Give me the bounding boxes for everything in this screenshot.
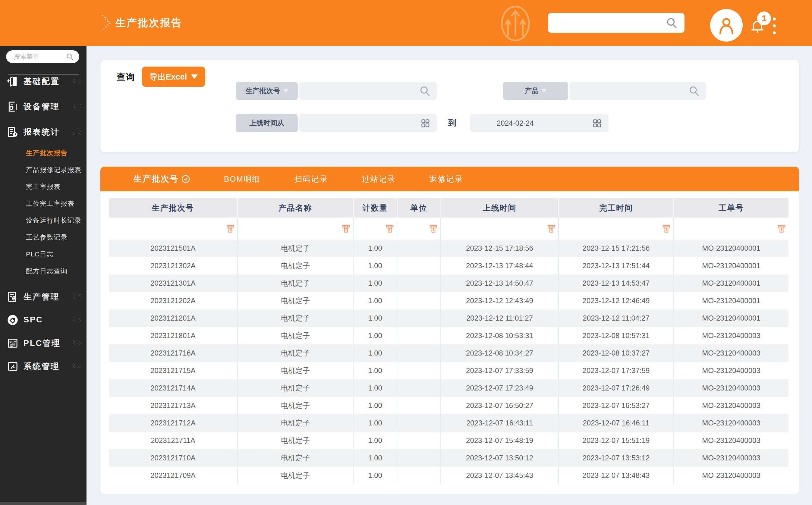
more-menu-button[interactable] [772,17,777,34]
sidebar-item-system[interactable]: 系统管理 [0,355,87,378]
product-filter-input[interactable] [570,87,688,95]
batch-filter-input[interactable] [299,87,419,95]
tab-label: 返修记录 [429,174,463,184]
calendar-icon[interactable] [592,119,602,128]
table-row[interactable]: 2023121716A电机定子1.002023-12-08 10:34:2720… [109,344,789,362]
table-row[interactable]: 2023121709A电机定子1.002023-12-07 13:45:4320… [109,467,789,484]
tab-生产批次号[interactable]: 生产批次号 [134,173,190,185]
sidebar-subitem[interactable]: 产品报修记录报表 [0,162,87,178]
sidebar-subitem[interactable]: 完工率报表 [0,178,87,195]
sidebar-item-door-exit[interactable]: 基础配置 [0,69,87,94]
table-row[interactable]: 2023121501A电机定子1.002023-12-15 17:18:5620… [109,239,789,257]
table-row[interactable]: 2023121715A电机定子1.002023-12-07 17:33:5920… [109,362,789,379]
sidebar-search [6,50,79,63]
calendar-icon[interactable] [421,119,430,128]
table-cell: MO-23120400003 [674,362,789,379]
column-header[interactable]: 生产批次号 [109,198,237,217]
sidebar-item-production[interactable]: 生产管理 [0,285,87,308]
table-row[interactable]: 2023121301A电机定子1.002023-12-13 14:50:4720… [109,275,789,292]
table-row[interactable]: 2023121801A电机定子1.002023-12-08 10:53:3120… [109,327,789,344]
filter-funnel-icon[interactable] [341,224,350,233]
sidebar-item-plc[interactable]: PLCPLC管理 [0,331,87,355]
table-cell: 电机定子 [237,239,353,257]
header-search-input[interactable] [548,18,666,28]
column-header[interactable]: 产品名称 [237,198,353,217]
time-to-input-wrap [470,114,609,132]
sidebar-subitem[interactable]: 工位完工率报表 [0,195,87,212]
sidebar-item-report[interactable]: 报表统计 [0,119,87,145]
export-excel-button[interactable]: 导出Excel [142,66,205,87]
filter-funnel-icon[interactable] [226,224,235,233]
page-title: 生产批次报告 [116,16,182,30]
table-cell: 电机定子 [237,327,353,344]
table-cell: 2023-12-07 13:50:12 [441,449,558,467]
column-header[interactable]: 上线时间 [441,198,558,217]
time-to-input[interactable] [470,119,592,128]
sidebar-section: 报表统计生产批次报告产品报修记录报表完工率报表工位完工率报表设备运行时长记录工艺… [0,119,87,280]
sidebar-item-label: 设备管理 [23,101,60,112]
sidebar-section: 生产管理 [0,285,87,308]
table-cell: 1.00 [353,275,397,292]
table-cell: 2023-12-12 11:04:27 [558,310,674,327]
search-icon[interactable] [688,85,700,97]
product-filter-field-selector[interactable]: 产品 [503,81,568,100]
notifications-button[interactable]: 1 [749,15,773,39]
sidebar-subitem[interactable]: 工艺参数记录 [0,229,87,246]
table-cell: 2023-12-07 13:45:43 [441,467,558,484]
column-filter-cell[interactable] [558,217,674,239]
column-filter-cell[interactable] [674,217,789,239]
table-row[interactable]: 2023121711A电机定子1.002023-12-07 15:48:1920… [109,432,789,449]
sidebar: 基础配置设备管理报表统计生产批次报告产品报修记录报表完工率报表工位完工率报表设备… [0,46,87,505]
table-row[interactable]: 2023121201A电机定子1.002023-12-12 11:01:2720… [109,310,789,327]
tab-过站记录[interactable]: 过站记录 [362,174,395,184]
column-header[interactable]: 计数量 [353,198,397,217]
sidebar-search-input[interactable] [6,53,66,60]
time-from-input[interactable] [299,119,421,128]
sidebar-scrollbar[interactable] [0,502,87,505]
table-row[interactable]: 2023121202A电机定子1.002023-12-12 12:43:4920… [109,292,789,310]
report-icon [7,126,19,138]
column-header[interactable]: 工单号 [674,198,789,217]
table-row[interactable]: 2023121713A电机定子1.002023-12-07 16:50:2720… [109,397,789,414]
filter-funnel-icon[interactable] [385,224,394,233]
column-filter-cell[interactable] [237,217,353,239]
sidebar-item-spc[interactable]: SPC [0,308,87,331]
filter-funnel-icon[interactable] [547,224,556,233]
tab-BOM明细[interactable]: BOM明细 [224,174,261,184]
batch-filter-field-selector[interactable]: 生产批次号 [236,81,298,100]
tab-返修记录[interactable]: 返修记录 [429,174,463,184]
sidebar-subitem[interactable]: PLC日志 [0,246,87,263]
sidebar-submenu: 生产批次报告产品报修记录报表完工率报表工位完工率报表设备运行时长记录工艺参数记录… [0,145,87,280]
sidebar-item-label: 基础配置 [23,76,60,87]
table-cell [397,257,441,275]
column-header[interactable]: 单位 [397,198,441,217]
door-exit-icon [7,75,19,88]
avatar[interactable] [710,9,743,41]
sidebar-subitem[interactable]: 生产批次报告 [0,145,87,162]
filter-funnel-icon[interactable] [429,224,438,233]
column-header[interactable]: 完工时间 [558,198,674,217]
search-icon[interactable] [419,85,431,97]
tab-扫码记录[interactable]: 扫码记录 [294,174,328,184]
filter-funnel-icon[interactable] [777,224,786,233]
search-icon[interactable] [66,53,74,60]
column-filter-cell[interactable] [109,217,237,239]
table-row[interactable]: 2023121712A电机定子1.002023-12-07 16:43:1120… [109,414,789,432]
sidebar-item-device[interactable]: 设备管理 [0,94,87,119]
table-cell [397,379,441,397]
sidebar-subitem[interactable]: 设备运行时长记录 [0,212,87,229]
table-cell: MO-23120400001 [674,275,789,292]
table-row[interactable]: 2023121710A电机定子1.002023-12-07 13:50:1220… [109,449,789,467]
time-from-label-chip[interactable]: 上线时间从 [236,114,298,132]
sidebar-subitem[interactable]: 配方日志查询 [0,263,87,280]
filter-funnel-icon[interactable] [662,224,671,233]
search-icon[interactable] [666,17,678,29]
column-filter-cell[interactable] [397,217,441,239]
table-row[interactable]: 2023121714A电机定子1.002023-12-07 17:23:4920… [109,379,789,397]
column-filter-cell[interactable] [353,217,397,239]
column-filter-cell[interactable] [441,217,558,239]
table-cell: 2023121202A [109,292,237,310]
sidebar-menu: 基础配置设备管理报表统计生产批次报告产品报修记录报表完工率报表工位完工率报表设备… [0,69,87,378]
table-cell: 2023-12-07 13:48:43 [558,467,674,484]
table-row[interactable]: 2023121302A电机定子1.002023-12-13 17:48:4420… [109,257,789,275]
